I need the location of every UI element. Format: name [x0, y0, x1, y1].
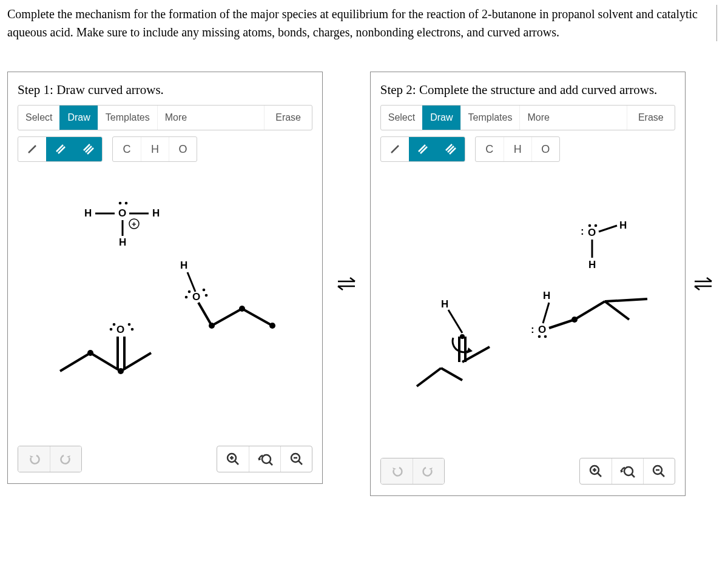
erase-button[interactable]: Erase: [627, 106, 675, 130]
svg-line-91: [632, 474, 635, 477]
atom-c-button[interactable]: C: [113, 137, 141, 161]
svg-text::: :: [531, 324, 534, 335]
zoom-out-button[interactable]: [643, 458, 675, 484]
svg-line-18: [187, 272, 195, 292]
svg-point-41: [131, 328, 134, 331]
svg-point-46: [262, 455, 271, 463]
atom-c-button[interactable]: C: [476, 137, 504, 161]
redo-icon: [422, 465, 435, 478]
single-bond-button[interactable]: [18, 137, 46, 161]
select-tab[interactable]: Select: [18, 106, 59, 130]
svg-point-61: [588, 224, 591, 227]
equilibrium-arrow-icon: [691, 272, 715, 296]
svg-line-47: [269, 462, 272, 465]
svg-text:H: H: [84, 207, 92, 219]
atom-h-button[interactable]: H: [504, 137, 531, 161]
draw-tab[interactable]: Draw: [422, 106, 460, 130]
svg-line-28: [242, 309, 272, 326]
step1-panel: Step 1: Draw curved arrows. Select Draw …: [7, 72, 323, 484]
svg-point-39: [110, 328, 113, 331]
svg-line-77: [605, 301, 629, 320]
zoom-out-button[interactable]: [280, 446, 312, 472]
svg-text:H: H: [441, 298, 448, 310]
erase-button[interactable]: Erase: [264, 106, 312, 130]
svg-line-30: [60, 353, 90, 371]
svg-line-93: [661, 473, 664, 477]
single-bond-icon: [26, 143, 38, 155]
single-bond-button[interactable]: [381, 137, 409, 161]
double-bond-icon: [417, 143, 429, 155]
svg-point-82: [460, 334, 465, 339]
zoom-in-button[interactable]: [217, 446, 249, 472]
svg-point-90: [624, 467, 633, 475]
zoom-reset-icon: [257, 452, 274, 466]
step1-toolbar: Select Draw Templates More Erase: [18, 105, 312, 130]
undo-button[interactable]: [381, 458, 413, 484]
zoom-in-button[interactable]: [580, 458, 612, 484]
zoom-reset-button[interactable]: [612, 458, 643, 484]
svg-text:H: H: [543, 290, 550, 301]
svg-point-20: [188, 290, 191, 294]
toolbar-spacer: [557, 106, 627, 130]
atom-o-button[interactable]: O: [169, 137, 197, 161]
svg-line-43: [235, 461, 238, 465]
double-bond-button[interactable]: [409, 137, 437, 161]
svg-text:H: H: [619, 220, 627, 231]
svg-text:H: H: [588, 259, 596, 270]
svg-point-22: [203, 289, 206, 292]
triple-bond-button[interactable]: [74, 137, 102, 161]
zoom-out-icon: [652, 464, 666, 478]
svg-point-62: [594, 224, 597, 227]
undo-button[interactable]: [18, 446, 50, 472]
question-text: Complete the mechanism for the formation…: [7, 5, 717, 41]
atom-group: C H O: [112, 136, 197, 162]
equilibrium-1: [323, 72, 370, 496]
step1-structure: H O H H + H O: [18, 168, 315, 423]
templates-tab[interactable]: Templates: [98, 106, 157, 130]
svg-point-40: [128, 323, 131, 326]
step2-canvas[interactable]: : O H H H : O: [380, 168, 675, 423]
svg-text::: :: [581, 226, 584, 237]
svg-point-23: [205, 294, 208, 297]
draw-tab[interactable]: Draw: [59, 106, 97, 130]
atom-o-button[interactable]: O: [531, 137, 559, 161]
svg-line-32: [90, 353, 121, 371]
single-bond-icon: [389, 143, 401, 155]
svg-point-29: [269, 323, 275, 329]
svg-line-84: [441, 368, 462, 380]
svg-point-71: [538, 335, 541, 338]
templates-tab[interactable]: Templates: [460, 106, 520, 130]
svg-text:O: O: [588, 227, 596, 238]
svg-text:+: +: [132, 220, 136, 229]
triple-bond-icon: [82, 143, 95, 156]
zoom-in-icon: [226, 452, 240, 466]
svg-text:O: O: [192, 291, 200, 303]
bond-group: [380, 136, 465, 162]
equilibrium-2: [686, 72, 721, 496]
more-tab[interactable]: More: [519, 106, 556, 130]
double-bond-button[interactable]: [46, 137, 74, 161]
svg-text:O: O: [116, 324, 124, 335]
more-tab[interactable]: More: [157, 106, 194, 130]
equilibrium-arrow-icon: [334, 272, 359, 296]
triple-bond-button[interactable]: [437, 137, 465, 161]
atom-h-button[interactable]: H: [141, 137, 169, 161]
svg-line-79: [448, 310, 462, 333]
step1-title: Step 1: Draw curved arrows.: [18, 81, 312, 99]
step1-canvas[interactable]: H O H H + H O: [18, 168, 312, 423]
zoom-reset-button[interactable]: [249, 446, 280, 472]
redo-button[interactable]: [413, 458, 444, 484]
svg-point-38: [113, 323, 116, 326]
svg-line-26: [212, 309, 242, 326]
toolbar-spacer: [194, 106, 264, 130]
svg-line-87: [598, 473, 601, 477]
redo-button[interactable]: [50, 446, 81, 472]
svg-line-83: [417, 368, 441, 386]
step1-footer: [18, 446, 312, 472]
atom-group: C H O: [475, 136, 560, 162]
select-tab[interactable]: Select: [381, 106, 422, 130]
redo-icon: [59, 452, 73, 466]
zoom-group: [217, 446, 312, 472]
svg-line-75: [575, 301, 605, 320]
undo-icon: [390, 465, 403, 478]
